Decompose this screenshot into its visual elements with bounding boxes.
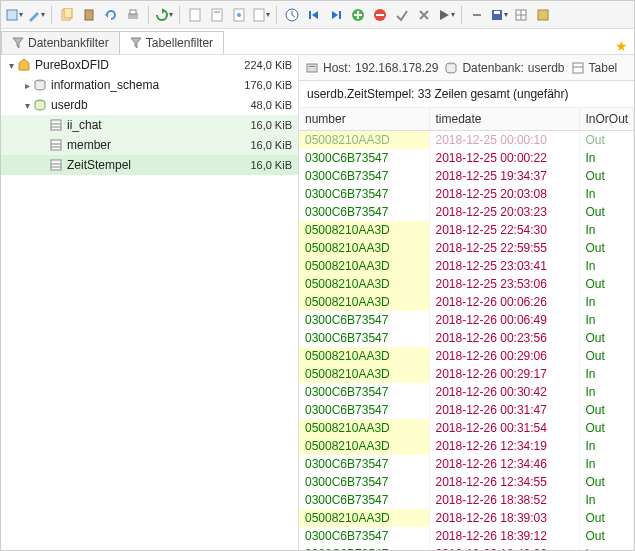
cell-timedate[interactable]: 2018-12-25 23:03:41 [429, 257, 579, 275]
cell-inorout[interactable]: In [579, 491, 634, 509]
cell-inorout[interactable]: In [579, 221, 634, 239]
cell-timedate[interactable]: 2018-12-26 12:34:19 [429, 437, 579, 455]
cell-number[interactable]: 05008210AA3D [299, 239, 429, 257]
refresh-icon[interactable] [155, 6, 173, 24]
favorite-icon[interactable]: ★ [615, 38, 628, 54]
cell-number[interactable]: 05008210AA3D [299, 365, 429, 383]
cell-number[interactable]: 0300C6B73547 [299, 329, 429, 347]
cell-inorout[interactable]: In [579, 311, 634, 329]
cell-timedate[interactable]: 2018-12-26 00:30:42 [429, 383, 579, 401]
cell-timedate[interactable]: 2018-12-26 18:39:03 [429, 509, 579, 527]
copy-icon[interactable] [58, 6, 76, 24]
cell-inorout[interactable]: Out [579, 509, 634, 527]
add-icon[interactable] [349, 6, 367, 24]
remove-icon[interactable] [371, 6, 389, 24]
cell-inorout[interactable]: Out [579, 401, 634, 419]
table-row[interactable]: 05008210AA3D2018-12-25 00:00:10Out [299, 131, 634, 150]
cell-timedate[interactable]: 2018-12-26 18:38:52 [429, 491, 579, 509]
file-menu-icon[interactable] [5, 6, 23, 24]
cell-inorout[interactable]: Out [579, 239, 634, 257]
db-tree[interactable]: ▾ PureBoxDFID 224,0 KiB ▸ information_sc… [1, 55, 298, 550]
run-icon[interactable] [437, 6, 455, 24]
tree-root[interactable]: ▾ PureBoxDFID 224,0 KiB [1, 55, 298, 75]
tree-table[interactable]: ZeitStempel16,0 KiB [1, 155, 298, 175]
table-row[interactable]: 0300C6B735472018-12-25 00:00:22In [299, 149, 634, 167]
table-row[interactable]: 0300C6B735472018-12-26 12:34:55Out [299, 473, 634, 491]
table-row[interactable]: 05008210AA3D2018-12-26 00:29:06Out [299, 347, 634, 365]
chevron-down-icon[interactable]: ▾ [21, 100, 33, 111]
table-row[interactable]: 05008210AA3D2018-12-25 22:54:30In [299, 221, 634, 239]
grid-icon[interactable] [512, 6, 530, 24]
cell-timedate[interactable]: 2018-12-26 00:23:56 [429, 329, 579, 347]
cell-timedate[interactable]: 2018-12-26 00:06:26 [429, 293, 579, 311]
cell-inorout[interactable]: Out [579, 275, 634, 293]
cell-timedate[interactable]: 2018-12-26 00:31:54 [429, 419, 579, 437]
cell-number[interactable]: 05008210AA3D [299, 275, 429, 293]
table-row[interactable]: 0300C6B735472018-12-25 19:34:37Out [299, 167, 634, 185]
table-row[interactable]: 05008210AA3D2018-12-26 12:34:19In [299, 437, 634, 455]
doc2-icon[interactable] [208, 6, 226, 24]
cell-inorout[interactable]: Out [579, 329, 634, 347]
doc4-icon[interactable] [252, 6, 270, 24]
tree-db-infoschema[interactable]: ▸ information_schema 176,0 KiB [1, 75, 298, 95]
cell-number[interactable]: 05008210AA3D [299, 257, 429, 275]
table-row[interactable]: 0300C6B735472018-12-26 18:42:20In [299, 545, 634, 550]
cell-timedate[interactable]: 2018-12-25 23:53:06 [429, 275, 579, 293]
table-row[interactable]: 0300C6B735472018-12-26 12:34:46In [299, 455, 634, 473]
save-icon[interactable] [490, 6, 508, 24]
table-row[interactable]: 05008210AA3D2018-12-25 23:03:41In [299, 257, 634, 275]
cell-timedate[interactable]: 2018-12-26 12:34:55 [429, 473, 579, 491]
cell-inorout[interactable]: In [579, 185, 634, 203]
clock-icon[interactable] [283, 6, 301, 24]
cell-inorout[interactable]: In [579, 437, 634, 455]
undo-icon[interactable] [102, 6, 120, 24]
tab-datenbankfilter[interactable]: Datenbankfilter [1, 31, 120, 54]
table-row[interactable]: 0300C6B735472018-12-25 20:03:08In [299, 185, 634, 203]
col-timedate[interactable]: timedate [429, 108, 579, 131]
table-row[interactable]: 05008210AA3D2018-12-26 00:29:17In [299, 365, 634, 383]
cell-number[interactable]: 05008210AA3D [299, 131, 429, 150]
cell-inorout[interactable]: In [579, 545, 634, 550]
table-row[interactable]: 0300C6B735472018-12-26 00:23:56Out [299, 329, 634, 347]
cell-number[interactable]: 0300C6B73547 [299, 455, 429, 473]
col-number[interactable]: number [299, 108, 429, 131]
table-row[interactable]: 05008210AA3D2018-12-26 18:39:03Out [299, 509, 634, 527]
cell-number[interactable]: 05008210AA3D [299, 509, 429, 527]
table-row[interactable]: 05008210AA3D2018-12-26 00:31:54Out [299, 419, 634, 437]
cell-inorout[interactable]: Out [579, 167, 634, 185]
cell-inorout[interactable]: Out [579, 347, 634, 365]
cancel-icon[interactable] [415, 6, 433, 24]
dash-icon[interactable] [468, 6, 486, 24]
table-row[interactable]: 05008210AA3D2018-12-25 22:59:55Out [299, 239, 634, 257]
cell-inorout[interactable]: In [579, 293, 634, 311]
col-inorout[interactable]: InOrOut [579, 108, 634, 131]
cell-timedate[interactable]: 2018-12-26 18:39:12 [429, 527, 579, 545]
table-row[interactable]: 0300C6B735472018-12-26 18:38:52In [299, 491, 634, 509]
cell-number[interactable]: 05008210AA3D [299, 419, 429, 437]
paste-icon[interactable] [80, 6, 98, 24]
doc3-icon[interactable] [230, 6, 248, 24]
tree-table[interactable]: member16,0 KiB [1, 135, 298, 155]
edit-menu-icon[interactable] [27, 6, 45, 24]
cell-timedate[interactable]: 2018-12-25 19:34:37 [429, 167, 579, 185]
chevron-down-icon[interactable]: ▾ [5, 60, 17, 71]
cell-number[interactable]: 0300C6B73547 [299, 185, 429, 203]
cell-timedate[interactable]: 2018-12-25 00:00:10 [429, 131, 579, 150]
cell-timedate[interactable]: 2018-12-25 22:54:30 [429, 221, 579, 239]
cell-inorout[interactable]: In [579, 455, 634, 473]
cell-number[interactable]: 0300C6B73547 [299, 203, 429, 221]
cell-number[interactable]: 0300C6B73547 [299, 149, 429, 167]
table-row[interactable]: 0300C6B735472018-12-25 20:03:23Out [299, 203, 634, 221]
cell-number[interactable]: 0300C6B73547 [299, 491, 429, 509]
cell-timedate[interactable]: 2018-12-26 18:42:20 [429, 545, 579, 550]
last-icon[interactable] [327, 6, 345, 24]
cell-number[interactable]: 0300C6B73547 [299, 473, 429, 491]
cell-timedate[interactable]: 2018-12-26 00:29:17 [429, 365, 579, 383]
cell-number[interactable]: 05008210AA3D [299, 293, 429, 311]
doc1-icon[interactable] [186, 6, 204, 24]
cell-number[interactable]: 0300C6B73547 [299, 527, 429, 545]
table-row[interactable]: 0300C6B735472018-12-26 00:31:47Out [299, 401, 634, 419]
print-icon[interactable] [124, 6, 142, 24]
tab-tabellenfilter[interactable]: Tabellenfilter [119, 31, 224, 54]
cell-timedate[interactable]: 2018-12-25 22:59:55 [429, 239, 579, 257]
